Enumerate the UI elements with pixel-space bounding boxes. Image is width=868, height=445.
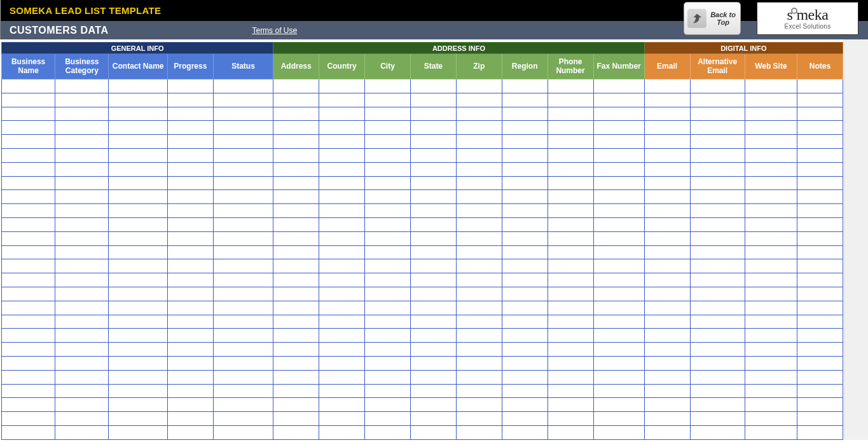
cell[interactable]	[55, 287, 109, 301]
cell[interactable]	[109, 217, 167, 231]
col-email[interactable]: Email	[644, 54, 690, 79]
col-progress[interactable]: Progress	[167, 54, 213, 79]
cell[interactable]	[319, 231, 365, 245]
cell[interactable]	[797, 190, 843, 204]
cell[interactable]	[273, 398, 319, 412]
cell[interactable]	[365, 343, 411, 357]
cell[interactable]	[593, 287, 644, 301]
col-alt-email[interactable]: Alternative Email	[690, 54, 745, 79]
cell[interactable]	[502, 425, 548, 439]
cell[interactable]	[502, 301, 548, 315]
cell[interactable]	[456, 245, 502, 259]
cell[interactable]	[548, 135, 593, 149]
cell[interactable]	[273, 425, 319, 439]
cell[interactable]	[644, 217, 690, 231]
cell[interactable]	[593, 384, 644, 398]
cell[interactable]	[548, 217, 593, 231]
cell[interactable]	[273, 148, 319, 162]
cell[interactable]	[109, 176, 167, 190]
cell[interactable]	[273, 259, 319, 273]
cell[interactable]	[167, 315, 213, 329]
cell[interactable]	[273, 301, 319, 315]
cell[interactable]	[456, 384, 502, 398]
cell[interactable]	[109, 384, 167, 398]
cell[interactable]	[690, 301, 745, 315]
cell[interactable]	[2, 356, 55, 370]
cell[interactable]	[109, 79, 167, 93]
cell[interactable]	[548, 190, 593, 204]
cell[interactable]	[167, 259, 213, 273]
cell[interactable]	[109, 287, 167, 301]
cell[interactable]	[167, 384, 213, 398]
cell[interactable]	[502, 176, 548, 190]
cell[interactable]	[365, 204, 411, 218]
cell[interactable]	[167, 412, 213, 426]
cell[interactable]	[745, 425, 797, 439]
cell[interactable]	[213, 398, 273, 412]
cell[interactable]	[2, 79, 55, 93]
cell[interactable]	[593, 162, 644, 176]
cell[interactable]	[213, 343, 273, 357]
cell[interactable]	[213, 356, 273, 370]
cell[interactable]	[410, 301, 456, 315]
cell[interactable]	[109, 315, 167, 329]
cell[interactable]	[167, 301, 213, 315]
cell[interactable]	[213, 121, 273, 135]
cell[interactable]	[548, 412, 593, 426]
cell[interactable]	[502, 121, 548, 135]
cell[interactable]	[410, 231, 456, 245]
cell[interactable]	[365, 273, 411, 287]
cell[interactable]	[690, 343, 745, 357]
cell[interactable]	[410, 315, 456, 329]
cell[interactable]	[797, 231, 843, 245]
cell[interactable]	[644, 273, 690, 287]
cell[interactable]	[319, 245, 365, 259]
cell[interactable]	[410, 162, 456, 176]
col-region[interactable]: Region	[502, 54, 548, 79]
col-country[interactable]: Country	[319, 54, 365, 79]
cell[interactable]	[273, 190, 319, 204]
cell[interactable]	[456, 148, 502, 162]
cell[interactable]	[55, 329, 109, 343]
cell[interactable]	[2, 287, 55, 301]
cell[interactable]	[797, 245, 843, 259]
cell[interactable]	[593, 273, 644, 287]
cell[interactable]	[745, 412, 797, 426]
cell[interactable]	[319, 135, 365, 149]
cell[interactable]	[2, 370, 55, 384]
cell[interactable]	[690, 412, 745, 426]
cell[interactable]	[593, 412, 644, 426]
cell[interactable]	[644, 148, 690, 162]
cell[interactable]	[365, 301, 411, 315]
cell[interactable]	[273, 231, 319, 245]
cell[interactable]	[213, 315, 273, 329]
cell[interactable]	[55, 79, 109, 93]
cell[interactable]	[55, 412, 109, 426]
cell[interactable]	[2, 176, 55, 190]
cell[interactable]	[745, 245, 797, 259]
cell[interactable]	[410, 425, 456, 439]
cell[interactable]	[213, 370, 273, 384]
cell[interactable]	[2, 217, 55, 231]
cell[interactable]	[319, 148, 365, 162]
cell[interactable]	[502, 162, 548, 176]
cell[interactable]	[167, 356, 213, 370]
cell[interactable]	[548, 398, 593, 412]
cell[interactable]	[55, 370, 109, 384]
cell[interactable]	[593, 135, 644, 149]
cell[interactable]	[109, 162, 167, 176]
cell[interactable]	[745, 259, 797, 273]
cell[interactable]	[548, 93, 593, 107]
cell[interactable]	[745, 121, 797, 135]
cell[interactable]	[410, 287, 456, 301]
cell[interactable]	[319, 287, 365, 301]
col-website[interactable]: Web Site	[745, 54, 797, 79]
cell[interactable]	[797, 107, 843, 121]
cell[interactable]	[797, 412, 843, 426]
cell[interactable]	[690, 329, 745, 343]
cell[interactable]	[644, 384, 690, 398]
cell[interactable]	[109, 329, 167, 343]
cell[interactable]	[644, 301, 690, 315]
cell[interactable]	[745, 79, 797, 93]
cell[interactable]	[548, 315, 593, 329]
